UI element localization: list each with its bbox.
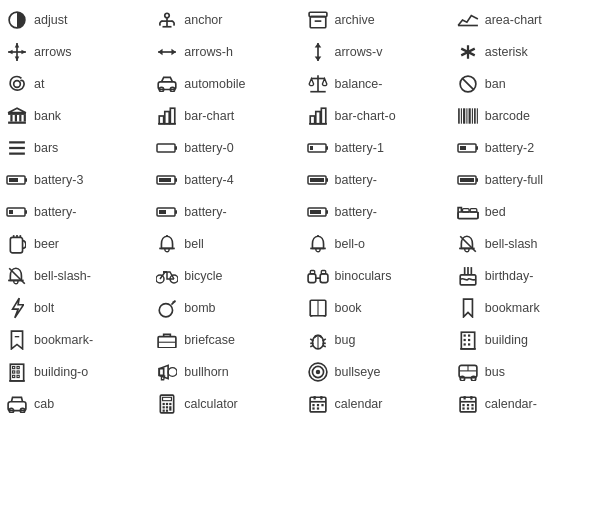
icon-label: calendar xyxy=(335,397,383,411)
birthday-icon xyxy=(457,265,479,287)
list-item: beer xyxy=(2,228,152,260)
svg-rect-81 xyxy=(25,210,27,214)
icon-label: arrows xyxy=(34,45,72,59)
bell-slash-icon xyxy=(457,233,479,255)
svg-rect-75 xyxy=(326,178,328,182)
svg-line-130 xyxy=(310,346,313,347)
list-item: battery- xyxy=(152,196,302,228)
icon-grid: adjustanchorarchivearea-chartarrowsarrow… xyxy=(0,0,605,424)
svg-rect-108 xyxy=(308,274,316,283)
list-item: building xyxy=(453,324,603,356)
icon-label: battery- xyxy=(335,205,377,219)
icon-label: bars xyxy=(34,141,58,155)
list-item: calendar xyxy=(303,388,453,420)
barcode-icon xyxy=(457,105,479,127)
icon-label: briefcase xyxy=(184,333,235,347)
svg-point-24 xyxy=(14,81,21,88)
svg-point-120 xyxy=(174,300,176,302)
svg-rect-145 xyxy=(17,366,19,368)
svg-line-121 xyxy=(173,301,174,302)
list-item: anchor xyxy=(152,4,302,36)
svg-rect-83 xyxy=(159,210,166,214)
bullhorn-icon xyxy=(156,361,178,383)
svg-rect-191 xyxy=(462,407,464,409)
battery-8-icon xyxy=(307,201,329,223)
svg-marker-13 xyxy=(8,50,12,54)
bank-icon xyxy=(6,105,28,127)
svg-marker-20 xyxy=(314,56,321,60)
svg-rect-42 xyxy=(171,108,175,124)
icon-label: bullseye xyxy=(335,365,381,379)
battery-0-icon xyxy=(156,137,178,159)
battery-3-icon xyxy=(6,169,28,191)
bell-o-icon xyxy=(307,233,329,255)
icon-label: bed xyxy=(485,205,506,219)
battery-full-icon xyxy=(457,169,479,191)
svg-rect-88 xyxy=(458,212,478,219)
icon-label: bell-slash xyxy=(485,237,538,251)
svg-rect-189 xyxy=(467,404,469,406)
svg-rect-72 xyxy=(175,178,177,182)
icon-label: bomb xyxy=(184,301,215,315)
list-item: cab xyxy=(2,388,152,420)
icon-label: battery- xyxy=(335,173,377,187)
svg-rect-193 xyxy=(471,407,473,409)
list-item: bed xyxy=(453,196,603,228)
svg-rect-38 xyxy=(24,115,26,122)
icon-label: birthday- xyxy=(485,269,534,283)
list-item: bullseye xyxy=(303,356,453,388)
svg-rect-136 xyxy=(463,334,465,336)
svg-rect-35 xyxy=(10,115,12,122)
icon-label: area-chart xyxy=(485,13,542,27)
svg-rect-140 xyxy=(463,343,465,345)
svg-point-152 xyxy=(168,368,177,377)
icon-label: battery-4 xyxy=(184,173,233,187)
icon-label: building xyxy=(485,333,528,347)
icon-label: bell-slash- xyxy=(34,269,91,283)
svg-line-102 xyxy=(460,236,476,252)
icon-label: bell xyxy=(184,237,203,251)
bed-icon xyxy=(457,201,479,223)
svg-rect-148 xyxy=(13,375,15,377)
bell-slash-2-icon xyxy=(6,265,28,287)
bolt-icon xyxy=(6,297,28,319)
calendar-2-icon xyxy=(457,393,479,415)
svg-rect-37 xyxy=(19,115,21,122)
calculator-icon xyxy=(156,393,178,415)
svg-marker-33 xyxy=(8,108,26,112)
cab-icon xyxy=(6,393,28,415)
svg-marker-11 xyxy=(15,43,19,47)
list-item: book xyxy=(303,292,453,324)
arrows-icon xyxy=(6,41,28,63)
list-item: balance- xyxy=(303,68,453,100)
list-item: arrows-v xyxy=(303,36,453,68)
svg-marker-17 xyxy=(172,49,176,56)
anchor-icon xyxy=(156,9,178,31)
svg-rect-50 xyxy=(463,108,465,123)
list-item: bar-chart-o xyxy=(303,100,453,132)
battery-6-icon xyxy=(6,201,28,223)
svg-rect-84 xyxy=(175,210,177,214)
svg-rect-144 xyxy=(13,366,15,368)
list-item: archive xyxy=(303,4,453,36)
bus-icon xyxy=(457,361,479,383)
svg-rect-179 xyxy=(312,404,314,406)
battery-2-icon xyxy=(457,137,479,159)
list-item: battery- xyxy=(303,164,453,196)
list-item: asterisk xyxy=(453,36,603,68)
list-item: battery-full xyxy=(453,164,603,196)
list-item: bank xyxy=(2,100,152,132)
list-item: calendar- xyxy=(453,388,603,420)
bar-chart-icon xyxy=(156,105,178,127)
list-item: bookmark- xyxy=(2,324,152,356)
icon-label: battery-3 xyxy=(34,173,83,187)
bullseye-icon xyxy=(307,361,329,383)
svg-line-104 xyxy=(9,268,25,284)
svg-marker-16 xyxy=(158,49,162,56)
svg-rect-68 xyxy=(9,178,18,182)
icon-label: binoculars xyxy=(335,269,392,283)
svg-rect-167 xyxy=(163,403,165,405)
bar-chart-o-icon xyxy=(307,105,329,127)
svg-rect-146 xyxy=(13,371,15,373)
binoculars-icon xyxy=(307,265,329,287)
